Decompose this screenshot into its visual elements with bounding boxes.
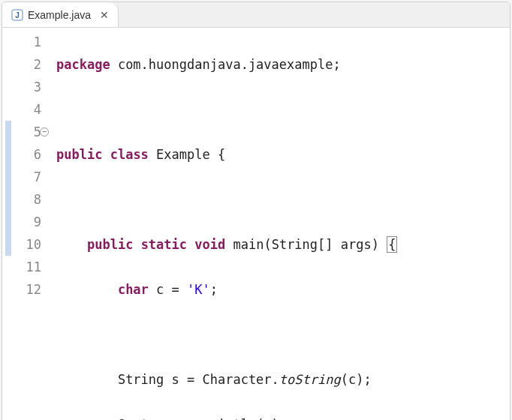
- code-editor[interactable]: 1 2 3 4 5− 6 7 8 9 10 11 12 package com.…: [2, 28, 510, 420]
- editor-tab-bar: J Example.java ✕: [2, 2, 510, 28]
- line-number-gutter: 1 2 3 4 5− 6 7 8 9 10 11 12: [2, 31, 46, 420]
- java-file-icon: J: [11, 9, 23, 21]
- editor-pane: J Example.java ✕ 1 2 3 4 5− 6 7 8 9 10 1…: [2, 2, 510, 420]
- code-content[interactable]: package com.huongdanjava.javaexample; pu…: [46, 31, 510, 420]
- editor-tab-example-java[interactable]: J Example.java ✕: [2, 2, 119, 27]
- fold-icon[interactable]: −: [40, 128, 49, 136]
- close-icon[interactable]: ✕: [100, 9, 109, 21]
- svg-text:J: J: [15, 11, 20, 20]
- tab-filename: Example.java: [28, 9, 91, 21]
